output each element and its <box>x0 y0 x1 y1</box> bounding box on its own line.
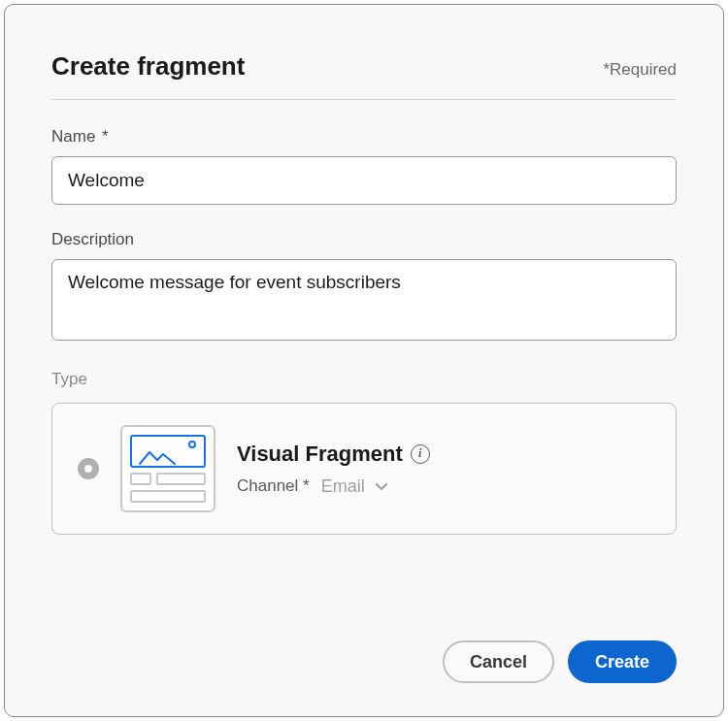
name-label: Name * <box>51 127 677 147</box>
description-field-group: Description Welcome message for event su… <box>51 230 677 344</box>
info-icon[interactable]: i <box>411 444 430 464</box>
channel-value: Email <box>321 476 365 497</box>
type-option-title: Visual Fragment <box>237 442 403 467</box>
visual-fragment-option[interactable]: Visual Fragment i Channel * Email <box>51 403 677 535</box>
channel-select[interactable]: Email <box>321 476 388 497</box>
name-field-group: Name * <box>51 127 677 205</box>
channel-label: Channel * <box>237 476 310 496</box>
create-fragment-dialog: Create fragment *Required Name * Descrip… <box>4 4 724 717</box>
type-field-group: Type Visual <box>51 370 677 535</box>
name-input[interactable] <box>51 156 677 205</box>
create-button[interactable]: Create <box>568 640 677 683</box>
dialog-header: Create fragment *Required <box>51 51 677 100</box>
dialog-footer: Cancel Create <box>443 640 677 683</box>
dialog-title: Create fragment <box>51 51 245 82</box>
cancel-button[interactable]: Cancel <box>443 640 554 683</box>
type-label: Type <box>51 370 677 389</box>
type-details: Visual Fragment i Channel * Email <box>237 442 650 497</box>
required-indicator: *Required <box>603 60 677 80</box>
chevron-down-icon <box>375 476 388 497</box>
radio-icon <box>78 458 99 479</box>
description-input[interactable]: Welcome message for event subscribers <box>51 259 677 341</box>
description-label: Description <box>51 230 677 249</box>
fragment-illustration-icon <box>120 425 215 512</box>
